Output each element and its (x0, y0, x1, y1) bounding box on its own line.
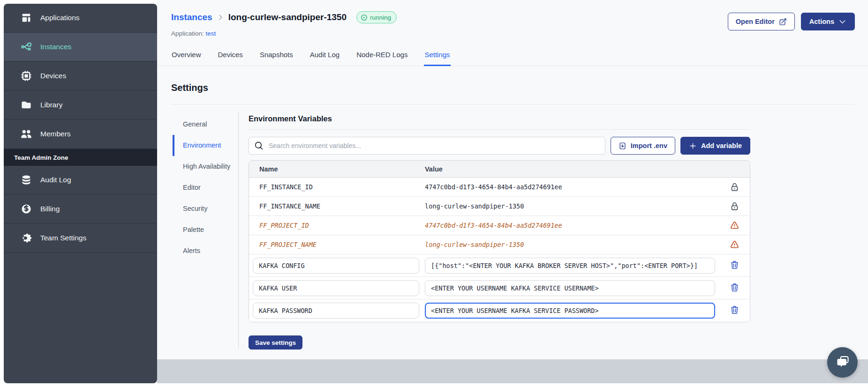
open-editor-label: Open Editor (736, 18, 775, 25)
env-var-name: FF_INSTANCE_NAME (259, 202, 320, 210)
search-wrap (249, 137, 605, 155)
lock-icon (730, 183, 739, 192)
env-var-row-ff-project-id: FF_PROJECT_ID4747c0bd-d1f3-4654-84b4-aa5… (249, 216, 750, 235)
settings-divider (171, 104, 854, 104)
environment-title-divider (249, 129, 750, 130)
sidebar-item-audit-log[interactable]: Audit Log (4, 166, 157, 195)
delete-variable-button[interactable] (730, 260, 739, 271)
search-icon (254, 141, 264, 150)
chat-launcher-button[interactable] (827, 347, 858, 378)
env-var-value-input[interactable] (425, 303, 715, 319)
library-icon (21, 99, 32, 111)
env-var-row-kafka-user (249, 277, 750, 299)
external-link-icon (779, 18, 787, 26)
sidebar-item-billing[interactable]: Billing (4, 195, 157, 224)
sidebar-item-applications[interactable]: Applications (4, 4, 157, 33)
status-badge-label: running (370, 14, 391, 21)
settings-nav-alerts[interactable]: Alerts (173, 240, 233, 261)
import-env-button[interactable]: Import .env (611, 137, 675, 155)
column-header-value: Value (425, 165, 719, 173)
sidebar-item-label: Members (40, 130, 71, 138)
delete-variable-button[interactable] (730, 283, 739, 293)
env-var-name-input[interactable] (253, 258, 419, 274)
delete-variable-button[interactable] (730, 305, 739, 316)
instance-name: long-curlew-sandpiper-1350 (228, 12, 347, 22)
table-header: Name Value (249, 161, 750, 178)
trash-icon (730, 283, 739, 292)
sidebar-item-devices[interactable]: Devices (4, 62, 157, 91)
team-settings-icon (21, 232, 32, 244)
env-var-value-input[interactable] (425, 258, 715, 274)
members-icon (21, 128, 32, 140)
sidebar-item-label: Billing (40, 205, 60, 213)
warning-icon (730, 240, 739, 249)
settings-nav-environment[interactable]: Environment (173, 135, 233, 156)
settings-nav-palette[interactable]: Palette (173, 219, 233, 240)
env-var-row-ff-instance-name: FF_INSTANCE_NAMElong-curlew-sandpiper-13… (249, 197, 750, 216)
team-admin-zone-label: Team Admin Zone (4, 149, 157, 166)
tab-node-red-logs[interactable]: Node-RED Logs (356, 51, 408, 66)
env-var-row-kafka-password (249, 299, 750, 322)
environment-panel: Environment Variables Import .env Add va… (249, 112, 750, 350)
sidebar-item-team-settings[interactable]: Team Settings (4, 224, 157, 253)
actions-label: Actions (809, 18, 834, 25)
column-header-name: Name (249, 165, 425, 173)
env-var-name: FF_PROJECT_ID (259, 222, 309, 229)
settings-nav-editor[interactable]: Editor (173, 177, 233, 198)
settings-nav-security[interactable]: Security (173, 198, 233, 219)
table-body: FF_INSTANCE_ID4747c0bd-d1f3-4654-84b4-aa… (249, 178, 750, 322)
breadcrumb: Instances long-curlew-sandpiper-1350 run… (171, 11, 397, 23)
tab-overview[interactable]: Overview (171, 51, 202, 66)
import-file-icon (619, 142, 626, 150)
env-var-value-input[interactable] (425, 280, 715, 296)
import-env-label: Import .env (631, 142, 667, 149)
tab-devices[interactable]: Devices (218, 51, 243, 66)
trash-icon (730, 305, 739, 314)
add-variable-button[interactable]: Add variable (680, 137, 750, 155)
tab-settings[interactable]: Settings (424, 51, 450, 66)
sidebar-item-label: Library (40, 101, 62, 109)
env-var-value: 4747c0bd-d1f3-4654-84b4-aa5d274691ee (425, 183, 562, 191)
env-var-name: FF_PROJECT_NAME (259, 241, 317, 248)
search-input[interactable] (249, 137, 605, 155)
tab-audit-log[interactable]: Audit Log (309, 51, 340, 66)
actions-button[interactable]: Actions (801, 13, 855, 30)
instance-header: Instances long-curlew-sandpiper-1350 run… (157, 0, 868, 66)
settings-page-title: Settings (171, 82, 208, 93)
header-actions: Open Editor Actions (728, 13, 855, 30)
save-settings-button[interactable]: Save settings (249, 335, 302, 350)
page: ApplicationsInstancesDevicesLibraryMembe… (0, 0, 868, 387)
env-var-name: FF_INSTANCE_ID (259, 183, 313, 191)
running-icon (361, 14, 368, 21)
trash-icon (730, 260, 739, 269)
chevron-right-icon (217, 14, 224, 21)
env-var-value: long-curlew-sandpiper-1350 (425, 241, 524, 248)
settings-nav-high-availability[interactable]: High Availability (173, 156, 233, 177)
add-variable-label: Add variable (701, 142, 742, 149)
plus-icon (689, 142, 697, 150)
sidebar-item-label: Team Settings (40, 234, 86, 242)
tab-snapshots[interactable]: Snapshots (259, 51, 294, 66)
environment-controls: Import .env Add variable (249, 137, 750, 155)
sidebar-admin-nav: Audit LogBillingTeam Settings (4, 166, 157, 253)
sidebar-item-label: Audit Log (40, 176, 71, 184)
status-badge: running (356, 11, 397, 23)
application-label: Application: (171, 30, 204, 37)
env-var-name-input[interactable] (253, 303, 419, 319)
breadcrumb-instances-link[interactable]: Instances (171, 12, 212, 22)
sidebar: ApplicationsInstancesDevicesLibraryMembe… (4, 4, 157, 383)
sidebar-item-members[interactable]: Members (4, 120, 157, 149)
open-editor-button[interactable]: Open Editor (728, 13, 795, 30)
sidebar-item-label: Instances (40, 43, 71, 51)
env-var-name-input[interactable] (253, 280, 419, 296)
chat-icon (835, 354, 850, 371)
devices-icon (21, 70, 32, 82)
settings-nav-general[interactable]: General (173, 114, 233, 135)
instances-icon (21, 41, 32, 52)
lock-icon (730, 202, 739, 211)
sidebar-item-instances[interactable]: Instances (4, 33, 157, 62)
env-var-row-ff-instance-id: FF_INSTANCE_ID4747c0bd-d1f3-4654-84b4-aa… (249, 178, 750, 197)
sidebar-item-library[interactable]: Library (4, 91, 157, 120)
application-link[interactable]: test (206, 30, 216, 37)
footer-band (157, 359, 868, 383)
